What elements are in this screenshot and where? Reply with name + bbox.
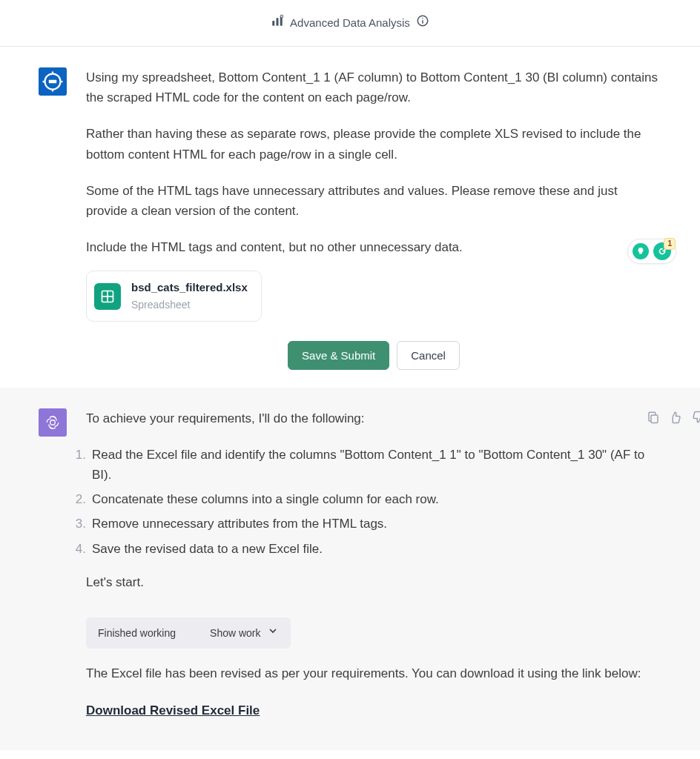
grammarly-widget[interactable]: 1 bbox=[627, 239, 676, 264]
assistant-avatar bbox=[39, 408, 67, 437]
assistant-intro: To achieve your requirements, I'll do th… bbox=[86, 408, 661, 428]
svg-rect-13 bbox=[651, 415, 658, 423]
list-item: 2.Concatenate these columns into a singl… bbox=[89, 489, 661, 509]
info-icon[interactable] bbox=[416, 14, 429, 33]
thumbs-up-icon[interactable] bbox=[669, 410, 682, 430]
svg-rect-8 bbox=[49, 80, 57, 84]
code-status: Finished working bbox=[98, 625, 176, 641]
user-paragraph: Some of the HTML tags have unnecessary a… bbox=[86, 181, 661, 221]
svg-rect-0 bbox=[272, 21, 274, 26]
header-bar: Advanced Data Analysis bbox=[0, 0, 700, 47]
svg-rect-1 bbox=[277, 18, 279, 26]
save-submit-button[interactable]: Save & Submit bbox=[288, 341, 389, 370]
list-item: 1.Read the Excel file and identify the c… bbox=[89, 445, 661, 485]
spreadsheet-icon bbox=[94, 283, 121, 310]
cancel-button[interactable]: Cancel bbox=[397, 341, 460, 370]
grammarly-badge: 1 bbox=[664, 238, 676, 250]
copy-icon[interactable] bbox=[647, 410, 660, 430]
user-paragraph: Rather than having these as separate row… bbox=[86, 124, 661, 164]
attachment-filename: bsd_cats_filtered.xlsx bbox=[131, 279, 248, 296]
header-title: Advanced Data Analysis bbox=[290, 14, 410, 32]
code-result-collapsible[interactable]: Finished working Show work bbox=[86, 617, 291, 649]
svg-point-12 bbox=[50, 420, 56, 425]
user-paragraph: Include the HTML tags and content, but n… bbox=[86, 237, 661, 257]
user-avatar bbox=[39, 67, 67, 96]
chart-icon bbox=[271, 14, 284, 33]
file-attachment[interactable]: bsd_cats_filtered.xlsx Spreadsheet bbox=[86, 271, 262, 321]
assistant-message-content: To achieve your requirements, I'll do th… bbox=[86, 408, 661, 720]
assistant-message-section: To achieve your requirements, I'll do th… bbox=[0, 388, 700, 750]
bulb-icon bbox=[633, 243, 649, 259]
user-paragraph: Using my spreadsheet, Bottom Content_1 1… bbox=[86, 67, 661, 107]
user-message-section: Using my spreadsheet, Bottom Content_1 1… bbox=[0, 47, 700, 388]
svg-point-6 bbox=[422, 17, 423, 19]
download-link[interactable]: Download Revised Excel File bbox=[86, 703, 260, 717]
thumbs-down-icon[interactable] bbox=[691, 410, 700, 430]
list-item: 4.Save the revised data to a new Excel f… bbox=[89, 539, 661, 559]
message-action-toolbar bbox=[647, 410, 700, 430]
list-item: 3.Remove unnecessary attributes from the… bbox=[89, 514, 661, 534]
show-work-toggle[interactable]: Show work bbox=[210, 625, 278, 641]
grammarly-icon: 1 bbox=[653, 242, 671, 260]
assistant-steps-list: 1.Read the Excel file and identify the c… bbox=[86, 445, 661, 559]
chevron-down-icon bbox=[267, 625, 279, 641]
user-message-content: Using my spreadsheet, Bottom Content_1 1… bbox=[86, 67, 661, 322]
attachment-type: Spreadsheet bbox=[131, 296, 248, 313]
assistant-result-text: The Excel file has been revised as per y… bbox=[86, 663, 661, 683]
assistant-lets-start: Let's start. bbox=[86, 572, 661, 592]
